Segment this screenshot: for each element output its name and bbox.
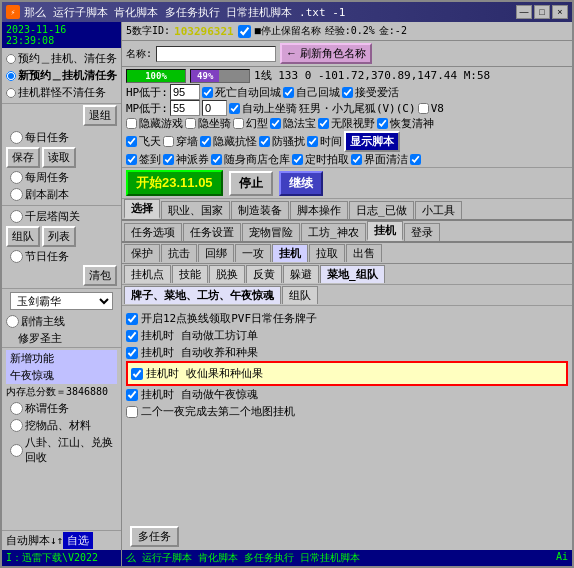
radio-item-2[interactable]: 新预约＿挂机清任务 xyxy=(6,67,117,84)
sidebar-item-title-task[interactable]: 称谓任务 xyxy=(6,400,117,417)
collect-check[interactable] xyxy=(126,347,138,359)
hide-fight-check[interactable] xyxy=(200,136,211,147)
maximize-button[interactable]: □ xyxy=(534,5,550,19)
sidebar-item-festival[interactable]: 节日任务 xyxy=(6,248,117,265)
sidebar-item-dig[interactable]: 挖物品、材料 xyxy=(6,417,117,434)
check-pvf[interactable]: 开启12点换线领取PVF日常任务牌子 xyxy=(126,310,568,327)
start-button[interactable]: 开始23.11.05 xyxy=(126,170,223,196)
v8-label[interactable]: V8 xyxy=(418,102,444,115)
workshop-check[interactable] xyxy=(126,330,138,342)
inner-tab-bind[interactable]: 回绑 xyxy=(198,244,234,262)
close-button[interactable]: × xyxy=(552,5,568,19)
sidebar-item-new-function[interactable]: 新增功能 xyxy=(6,350,117,367)
tab-hang[interactable]: 挂机 xyxy=(367,221,403,241)
inner-tab-pull[interactable]: 拉取 xyxy=(309,244,345,262)
self-select-button[interactable]: 自选 xyxy=(63,532,93,549)
radio-tower[interactable] xyxy=(10,210,23,223)
love-label[interactable]: 接受爱活 xyxy=(342,85,399,100)
exit-group-button[interactable]: 退组 xyxy=(83,105,117,126)
collect-fruit-check[interactable] xyxy=(131,368,143,380)
phantom-check[interactable] xyxy=(233,118,244,129)
continue-button[interactable]: 继续 xyxy=(279,171,323,196)
radio-title[interactable] xyxy=(10,402,23,415)
radio-story[interactable] xyxy=(6,315,19,328)
check-afternoon[interactable]: 挂机时 自动做午夜惊魂 xyxy=(126,386,568,403)
self-return-check[interactable] xyxy=(283,87,294,98)
sidebar-item-weekly[interactable]: 每周任务 xyxy=(6,169,117,186)
radio-script[interactable] xyxy=(10,188,23,201)
stop-button[interactable]: 停止 xyxy=(229,171,273,196)
bag-button[interactable]: 清包 xyxy=(83,265,117,286)
badge-tab-group[interactable]: 组队 xyxy=(282,286,318,304)
sub-tab-anti[interactable]: 反黄 xyxy=(246,265,282,283)
read-button[interactable]: 读取 xyxy=(42,147,76,168)
show-script-button[interactable]: 显示脚本 xyxy=(344,131,400,152)
sidebar-item-eight[interactable]: 八卦、江山、兑换回收 xyxy=(6,434,117,466)
char-name-dropdown[interactable]: 玉剑霸华 xyxy=(10,292,113,310)
hide-treasure-check[interactable] xyxy=(270,118,281,129)
hide-game-check[interactable] xyxy=(126,118,137,129)
pvf-check[interactable] xyxy=(126,313,138,325)
multitask-button[interactable]: 多任务 xyxy=(130,526,179,547)
death-return-check[interactable] xyxy=(202,87,213,98)
mp-input2[interactable] xyxy=(202,100,227,116)
sidebar-item-daily[interactable]: 每日任务 xyxy=(6,129,117,146)
name-input[interactable] xyxy=(156,46,276,62)
radio-eight[interactable] xyxy=(10,444,23,457)
sub-tab-farm[interactable]: 菜地_组队 xyxy=(320,265,385,283)
auto-ride-check[interactable] xyxy=(229,103,240,114)
badge-tab-main[interactable]: 牌子、菜地、工坊、午夜惊魂 xyxy=(124,286,281,304)
group-button[interactable]: 组队 xyxy=(6,226,40,247)
radio-weekly[interactable] xyxy=(10,171,23,184)
auto-ride-label[interactable]: 自动上坐骑 xyxy=(229,101,297,116)
infinite-view-check[interactable] xyxy=(318,118,329,129)
sub-tab-dodge[interactable]: 躲避 xyxy=(283,265,319,283)
radio-item-3[interactable]: 挂机群怪不清任务 xyxy=(6,84,117,101)
fly-check[interactable] xyxy=(126,136,137,147)
sidebar-item-afternoon-horror[interactable]: 午夜惊魂 xyxy=(6,367,117,384)
tab-login[interactable]: 登录 xyxy=(404,223,440,241)
tab-craft[interactable]: 制造装备 xyxy=(231,201,289,219)
check-collect-fruit[interactable]: 挂机时 收仙果和种仙果 xyxy=(126,361,568,386)
sidebar-item-script[interactable]: 剧本副本 xyxy=(6,186,117,203)
death-return-label[interactable]: 死亡自动回城 xyxy=(202,85,281,100)
check-two-night[interactable]: 二个一夜完成去第二个地图挂机 xyxy=(126,403,568,420)
hp-input[interactable] xyxy=(170,84,200,100)
hide-disturb-check[interactable] xyxy=(259,136,270,147)
sub-tab-skill[interactable]: 技能 xyxy=(172,265,208,283)
radio-3[interactable] xyxy=(6,88,16,98)
stop-save-checkbox[interactable] xyxy=(238,25,251,38)
radio-dig[interactable] xyxy=(10,419,23,432)
check-workshop[interactable]: 挂机时 自动做工坊订单 xyxy=(126,327,568,344)
tab-log[interactable]: 日志_已做 xyxy=(349,201,414,219)
mp-input[interactable] xyxy=(170,100,200,116)
extra-check[interactable] xyxy=(410,154,421,165)
tab-workshop[interactable]: 工坊_神农 xyxy=(301,223,366,241)
radio-festival[interactable] xyxy=(10,250,23,263)
time-check[interactable] xyxy=(307,136,318,147)
tab-tools[interactable]: 小工具 xyxy=(415,201,462,219)
afternoon-check[interactable] xyxy=(126,389,138,401)
sign-check[interactable] xyxy=(126,154,137,165)
hide-ride-check[interactable] xyxy=(185,118,196,129)
tab-task-settings[interactable]: 任务设置 xyxy=(183,223,241,241)
recover-check[interactable] xyxy=(377,118,388,129)
sidebar-item-tower[interactable]: 千层塔闯关 xyxy=(6,208,117,225)
list-button[interactable]: 列表 xyxy=(42,226,76,247)
random-shop-check[interactable] xyxy=(211,154,222,165)
radio-2[interactable] xyxy=(6,71,16,81)
inner-tab-resist[interactable]: 抗击 xyxy=(161,244,197,262)
radio-daily[interactable] xyxy=(10,131,23,144)
interface-clean-check[interactable] xyxy=(351,154,362,165)
divine-check[interactable] xyxy=(163,154,174,165)
v8-check[interactable] xyxy=(418,103,429,114)
inner-tab-sell[interactable]: 出售 xyxy=(346,244,382,262)
sub-tab-change[interactable]: 脱换 xyxy=(209,265,245,283)
sidebar-item-story[interactable]: 剧情主线 xyxy=(2,313,121,330)
radio-1[interactable] xyxy=(6,54,16,64)
tab-task-options[interactable]: 任务选项 xyxy=(124,223,182,241)
inner-tab-hang[interactable]: 挂机 xyxy=(272,244,308,262)
tab-select[interactable]: 选择 xyxy=(124,199,160,219)
inner-tab-attack[interactable]: 一攻 xyxy=(235,244,271,262)
tab-pet-adventure[interactable]: 宠物冒险 xyxy=(242,223,300,241)
